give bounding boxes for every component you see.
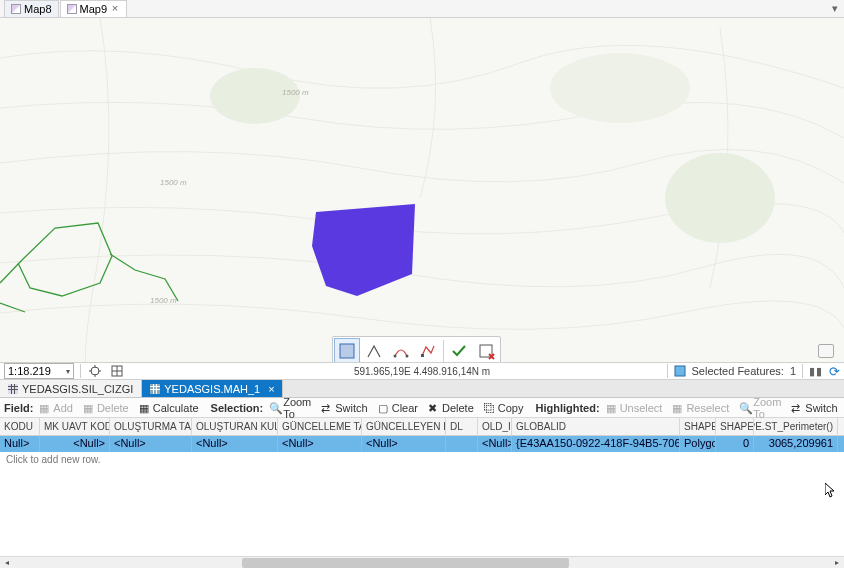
tool-cancel[interactable] xyxy=(473,338,499,362)
delete-field-button[interactable]: ▦Delete xyxy=(79,401,133,415)
svg-point-11 xyxy=(91,367,99,375)
cell xyxy=(446,436,478,452)
explore-toggle[interactable] xyxy=(818,344,834,358)
map-tab-label: Map9 xyxy=(80,3,108,15)
svg-marker-3 xyxy=(312,204,415,296)
scroll-track[interactable] xyxy=(14,558,830,568)
col-header[interactable]: GLOBALID xyxy=(512,418,680,435)
col-header[interactable]: KODU xyxy=(0,418,40,435)
hl-reselect-button[interactable]: ▦Reselect xyxy=(668,401,733,415)
attribute-grid: KODU MK UAVT KODU OLUŞTURMA TARİHİ OLUŞT… xyxy=(0,418,844,568)
reselect-icon: ▦ xyxy=(672,402,684,414)
tab-menu[interactable]: ▾ xyxy=(832,0,844,17)
svg-point-5 xyxy=(394,355,397,358)
cell: 0 xyxy=(716,436,754,452)
delete-selection-button[interactable]: ✖Delete xyxy=(424,401,478,415)
map-icon xyxy=(11,4,21,14)
map-view[interactable]: 1500 m 1500 m 1500 m ⚙ xyxy=(0,18,844,362)
map-tab-map8[interactable]: Map8 xyxy=(4,0,59,17)
svg-point-6 xyxy=(406,355,409,358)
copy-button[interactable]: ⿻Copy xyxy=(480,401,528,415)
cell: <Null> xyxy=(278,436,362,452)
elevation-label: 1500 m xyxy=(160,178,187,187)
table-icon xyxy=(8,384,18,394)
map-tab-map9[interactable]: Map9 × xyxy=(60,0,128,17)
col-header[interactable]: OLD_ID xyxy=(478,418,512,435)
clear-button[interactable]: ▢Clear xyxy=(374,401,422,415)
zoom-to-button[interactable]: 🔍Zoom To xyxy=(265,395,315,421)
switch-icon: ⇄ xyxy=(791,402,803,414)
col-header[interactable]: SHAPE.ST_Perimeter() xyxy=(754,418,838,435)
col-header[interactable]: OLUŞTURAN KULLANI xyxy=(192,418,278,435)
calculate-button[interactable]: ▦Calculate xyxy=(135,401,203,415)
cell: <Null> xyxy=(110,436,192,452)
table-row[interactable]: Null> <Null> <Null> <Null> <Null> <Null>… xyxy=(0,436,844,452)
close-icon[interactable]: × xyxy=(110,4,120,14)
tool-line[interactable] xyxy=(361,338,387,362)
zoom-icon: 🔍 xyxy=(269,402,281,414)
copy-icon: ⿻ xyxy=(484,402,496,414)
selected-label: Selected Features: xyxy=(692,365,784,377)
hl-zoom-button[interactable]: 🔍Zoom To xyxy=(735,395,785,421)
table-tab-sil-cizgi[interactable]: YEDASGIS.SIL_CIZGI xyxy=(0,380,142,397)
zoom-icon: 🔍 xyxy=(739,402,751,414)
hl-switch-button[interactable]: ⇄Switch xyxy=(787,401,841,415)
refresh-icon[interactable]: ⟳ xyxy=(829,364,840,379)
hl-unselect-button[interactable]: ▦Unselect xyxy=(602,401,667,415)
pause-icon[interactable]: ▮▮ xyxy=(809,365,823,378)
selection-label: Selection: xyxy=(211,402,264,414)
col-header[interactable]: OLUŞTURMA TARİHİ xyxy=(110,418,192,435)
horizontal-scrollbar[interactable]: ◂ ▸ xyxy=(0,556,844,568)
cell: Null> xyxy=(0,436,40,452)
chevron-down-icon: ▾ xyxy=(66,367,70,376)
cell: <Null> xyxy=(40,436,110,452)
status-bar: 1:18.219 ▾ 591.965,19E 4.498.916,14N m S… xyxy=(0,362,844,380)
cell: <Null> xyxy=(362,436,446,452)
cell: Polygon xyxy=(680,436,716,452)
table-tab-mah-1[interactable]: YEDASGIS.MAH_1 × xyxy=(142,380,283,397)
col-header[interactable]: SHAPE.O xyxy=(716,418,754,435)
new-row-prompt[interactable]: Click to add new row. xyxy=(0,452,844,470)
tool-trace[interactable] xyxy=(415,338,441,362)
field-label: Field: xyxy=(4,402,33,414)
switch-button[interactable]: ⇄Switch xyxy=(317,401,371,415)
cell: {E43AA150-0922-418F-94B5-706AE98B8AAE} xyxy=(512,436,680,452)
unselect-icon: ▦ xyxy=(606,402,618,414)
col-header[interactable]: SHAPE xyxy=(680,418,716,435)
calculate-icon: ▦ xyxy=(139,402,151,414)
selection-icon xyxy=(674,365,686,377)
cell: <Null> xyxy=(478,436,512,452)
col-header[interactable]: MK UAVT KODU xyxy=(40,418,110,435)
map-tab-bar: Map8 Map9 × ▾ xyxy=(0,0,844,18)
delete-icon: ▦ xyxy=(83,402,95,414)
coordinates: 591.965,19E 4.498.916,14N m xyxy=(354,366,490,377)
tool-finish[interactable] xyxy=(446,338,472,362)
table-tab-label: YEDASGIS.MAH_1 xyxy=(164,383,260,395)
map-tab-label: Map8 xyxy=(24,3,52,15)
col-header[interactable]: GÜNCELLEYEN KULL xyxy=(362,418,446,435)
add-field-button[interactable]: ▦Add xyxy=(35,401,77,415)
table-icon xyxy=(150,384,160,394)
svg-rect-4 xyxy=(340,344,354,358)
scroll-left-icon[interactable]: ◂ xyxy=(0,557,14,569)
col-header[interactable]: DL xyxy=(446,418,478,435)
clear-icon: ▢ xyxy=(378,402,390,414)
col-header[interactable]: GÜNCELLEME TARİHİ xyxy=(278,418,362,435)
edit-toolbar xyxy=(332,336,501,362)
attribute-toolbar: Field: ▦Add ▦Delete ▦Calculate Selection… xyxy=(0,398,844,418)
grid-icon[interactable] xyxy=(109,363,125,379)
elevation-label: 1500 m xyxy=(282,88,309,97)
tool-arc[interactable] xyxy=(388,338,414,362)
scale-combo[interactable]: 1:18.219 ▾ xyxy=(4,363,74,379)
close-icon[interactable]: × xyxy=(264,383,274,395)
scroll-thumb[interactable] xyxy=(242,558,568,568)
highlighted-label: Highlighted: xyxy=(535,402,599,414)
locate-icon[interactable] xyxy=(87,363,103,379)
elevation-label: 1500 m xyxy=(150,296,177,305)
table-tab-label: YEDASGIS.SIL_CIZGI xyxy=(22,383,133,395)
cell: <Null> xyxy=(192,436,278,452)
scroll-right-icon[interactable]: ▸ xyxy=(830,557,844,569)
add-icon: ▦ xyxy=(39,402,51,414)
table-tab-bar: YEDASGIS.SIL_CIZGI YEDASGIS.MAH_1 × xyxy=(0,380,844,398)
tool-polygon[interactable] xyxy=(334,338,360,362)
